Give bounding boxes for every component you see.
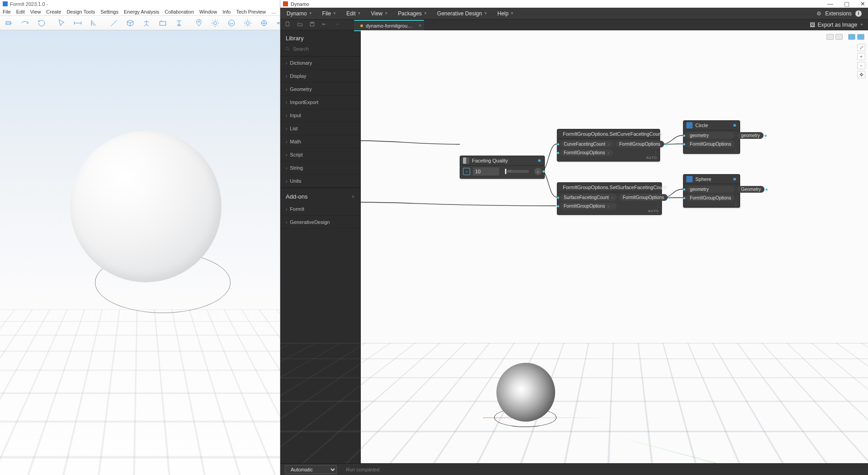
cat-display[interactable]: ›Display (280, 70, 360, 83)
export-image-button[interactable]: 🖼 Export as Image ▼ (810, 22, 863, 28)
menu-collab[interactable]: Collaboration (165, 9, 194, 14)
menu-settings[interactable]: Settings (100, 9, 118, 14)
menu-file[interactable]: File▼ (322, 10, 336, 17)
formit-viewport[interactable] (0, 30, 280, 475)
cat-list[interactable]: ›List (280, 122, 360, 135)
cat-geometry[interactable]: ›Geometry (280, 83, 360, 96)
maximize-icon[interactable]: ▢ (844, 0, 849, 7)
menu-help[interactable]: Help▼ (497, 10, 514, 17)
angle-icon[interactable] (90, 18, 99, 28)
pan-icon[interactable]: ✥ (857, 71, 865, 78)
port-out-geometry[interactable]: Geometry (737, 186, 764, 193)
view-home-icon[interactable] (857, 34, 864, 40)
run-mode-select[interactable]: Automatic (285, 465, 337, 474)
formit-menubar[interactable]: File Edit View Create Design Tools Setti… (0, 8, 280, 16)
menu-edit[interactable]: Edit▼ (346, 10, 361, 17)
menu-view[interactable]: View (30, 9, 41, 14)
menu-extensions[interactable]: Extensions (825, 10, 852, 17)
menu-view[interactable]: View▼ (371, 10, 388, 17)
save-file-icon[interactable] (309, 21, 315, 28)
addon-formit[interactable]: ›FormIt (280, 203, 360, 216)
port-in-groupoptions[interactable]: FormItGroupOptions› (560, 203, 617, 209)
slider-decrement[interactable]: - (463, 168, 470, 175)
dynamo-menubar[interactable]: Dynamo▼ File▼ Edit▼ View▼ Packages▼ Gene… (280, 8, 868, 19)
menu-window[interactable]: Window (199, 9, 217, 14)
measure-icon[interactable] (73, 18, 82, 28)
cat-units[interactable]: ›Units (280, 175, 360, 188)
rotate-icon[interactable] (37, 18, 46, 28)
cat-string[interactable]: ›String (280, 162, 360, 175)
canvas-view-toggle[interactable] (826, 34, 864, 40)
line-icon[interactable] (109, 18, 118, 28)
slider-value[interactable]: 10 (473, 167, 499, 176)
node-set-curve-faceting[interactable]: FormItGroupOptions.SetCurveFacetingCount… (557, 129, 660, 162)
menu-packages[interactable]: Packages▼ (398, 10, 427, 17)
slider-track[interactable]: 12 (505, 170, 529, 173)
undo-icon[interactable] (321, 21, 327, 28)
addon-gendesign[interactable]: ›GenerativeDesign (280, 216, 360, 229)
menu-dynamo[interactable]: Dynamo▼ (287, 10, 312, 17)
energy-icon[interactable]: EA (227, 18, 236, 28)
workspace-tab[interactable]: dynamo-formitgrou… × (354, 20, 424, 30)
menu-info[interactable]: Info (222, 9, 231, 14)
menu-edit[interactable]: Edit (16, 9, 25, 14)
search-input[interactable] (293, 46, 356, 52)
close-icon[interactable]: ✕ (860, 0, 865, 7)
tab-close-icon[interactable]: × (418, 23, 421, 29)
cat-dictionary[interactable]: ›Dictionary (280, 57, 360, 70)
node-menu-icon[interactable]: ⋮ (655, 206, 660, 207)
port-out-geometry[interactable]: geometry (737, 132, 764, 139)
port-in-options[interactable]: FormItGroupOptions (686, 195, 735, 201)
cube-icon[interactable] (126, 18, 135, 28)
undo-icon[interactable] (5, 18, 14, 28)
view-graph-icon[interactable] (826, 34, 834, 40)
port-in-geometry[interactable]: geometry (686, 186, 735, 193)
port-in-surfacecount[interactable]: SurfaceFacetingCount› (560, 194, 617, 201)
view-link-icon[interactable] (835, 34, 843, 40)
extrude-icon[interactable] (142, 18, 151, 28)
node-faceting-quality[interactable]: Faceting Quality - 10 12 › (460, 156, 545, 179)
cat-script[interactable]: ›Script (280, 148, 360, 162)
slider-output-port[interactable]: › (534, 168, 542, 175)
port-in-options[interactable]: FormItGroupOptions (686, 141, 735, 147)
port-out-groupoptions[interactable]: FormItGroupOptions (616, 141, 664, 147)
node-menu-icon[interactable]: ⋮ (733, 204, 738, 205)
node-pin-icon[interactable] (538, 159, 541, 162)
cat-math[interactable]: ›Math (280, 135, 360, 148)
menu-file[interactable]: File (3, 9, 11, 14)
pin-location-icon[interactable] (194, 18, 203, 28)
cat-importexport[interactable]: ›ImportExport (280, 96, 360, 109)
minimize-icon[interactable]: — (827, 0, 833, 7)
redo-icon[interactable] (21, 18, 30, 28)
plane-icon[interactable] (158, 18, 167, 28)
open-file-icon[interactable] (297, 21, 303, 28)
node-pin-icon[interactable] (733, 124, 736, 127)
add-addon-icon[interactable]: + (351, 193, 355, 200)
gear-icon[interactable] (243, 18, 252, 28)
node-circle[interactable]: Circle geometry FormItGroupOptions geome… (683, 120, 740, 154)
port-in-geometry[interactable]: geometry (686, 132, 735, 139)
node-menu-icon[interactable]: ⋮ (733, 150, 738, 152)
redo-icon[interactable] (334, 21, 340, 28)
node-pin-icon[interactable] (733, 178, 736, 180)
canvas-nav-tools[interactable]: ⤢ + − ✥ (857, 44, 865, 78)
port-in-curvecount[interactable]: CurveFacetingCount› (560, 141, 613, 147)
graph-canvas[interactable]: Faceting Quality - 10 12 › FormItGroupOp… (361, 30, 868, 463)
port-out-groupoptions[interactable]: FormItGroupOptions (619, 194, 668, 201)
menu-designtools[interactable]: Design Tools (66, 9, 95, 14)
zoom-in-icon[interactable]: + (857, 53, 865, 60)
text-icon[interactable]: Aa (175, 18, 184, 28)
menu-energy[interactable]: Energy Analysis (124, 9, 159, 14)
library-search[interactable] (280, 44, 360, 57)
dynamo-link-icon[interactable] (259, 18, 269, 28)
menu-gendesign[interactable]: Generative Design▼ (437, 10, 487, 17)
node-menu-icon[interactable]: ⋮ (653, 152, 658, 154)
info-chip-icon[interactable]: i (855, 10, 862, 17)
node-set-surface-faceting[interactable]: FormItGroupOptions.SetSurfaceFacetingCou… (557, 182, 662, 215)
cursor-icon[interactable] (57, 18, 66, 28)
fit-icon[interactable]: ⤢ (857, 44, 865, 51)
view-3d-icon[interactable] (848, 34, 855, 40)
cat-input[interactable]: ›Input (280, 109, 360, 122)
port-in-groupoptions[interactable]: FormItGroupOptions› (560, 149, 613, 156)
new-file-icon[interactable] (285, 21, 291, 28)
